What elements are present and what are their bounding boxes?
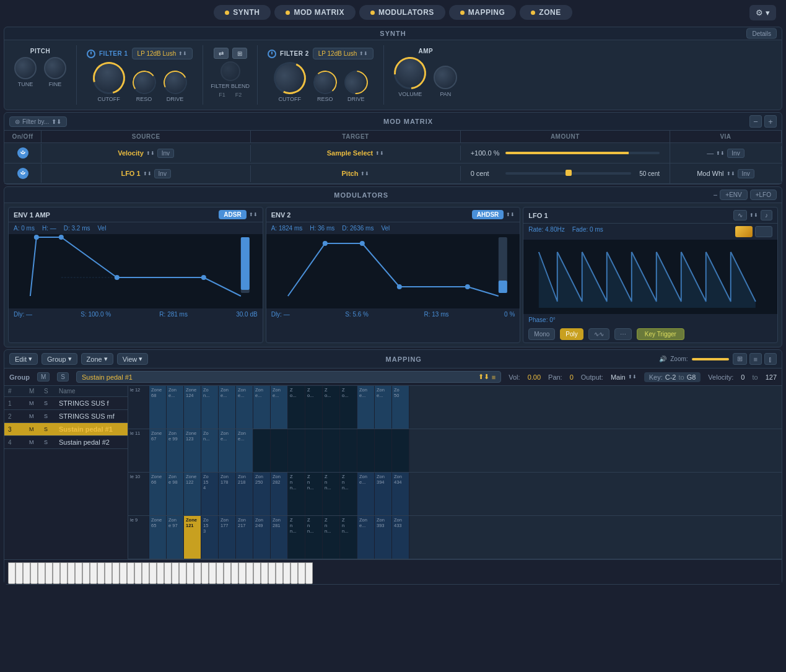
white-key-16[interactable] bbox=[75, 562, 82, 584]
white-key-36[interactable] bbox=[164, 562, 172, 584]
view-grid-button[interactable]: ⊞ bbox=[733, 353, 747, 365]
filter-button[interactable]: ⊜ Filter by... ⬆⬇ bbox=[9, 116, 67, 127]
grid-r4-c8[interactable]: Zon281 bbox=[271, 516, 288, 559]
pan-knob[interactable] bbox=[434, 66, 457, 89]
white-key-28[interactable] bbox=[127, 562, 134, 584]
grid-r3-c9[interactable]: Znn... bbox=[288, 473, 305, 515]
grid-r4-c11[interactable]: Znn... bbox=[323, 516, 340, 559]
grid-r3-c10[interactable]: Znn... bbox=[305, 473, 323, 515]
tune-knob[interactable] bbox=[14, 57, 37, 79]
grid-r4-c13[interactable]: Zone... bbox=[357, 516, 375, 559]
row1-inv-source-button[interactable]: Inv bbox=[157, 149, 174, 158]
white-key-21[interactable] bbox=[97, 562, 105, 584]
add-lfo-button[interactable]: +LFO bbox=[750, 190, 777, 200]
white-key-57[interactable] bbox=[253, 562, 261, 584]
grid-r2-c10[interactable] bbox=[305, 429, 323, 472]
zone-list-row-3[interactable]: 3 M S Sustain pedal #1 bbox=[4, 423, 128, 436]
grid-r4-c9[interactable]: Znn... bbox=[288, 516, 305, 559]
filter2-type-dropdown[interactable]: LP 12dB Lush ⬆⬇ bbox=[313, 48, 374, 59]
grid-r2-c6[interactable]: Zone... bbox=[236, 429, 253, 472]
grid-r1-c4[interactable]: Zon... bbox=[201, 386, 219, 429]
white-key-0[interactable] bbox=[8, 562, 15, 584]
white-key-40[interactable] bbox=[179, 562, 186, 584]
white-key-33[interactable] bbox=[149, 562, 157, 584]
zoom-slider[interactable] bbox=[692, 358, 729, 360]
grid-r1-c6[interactable]: Zone... bbox=[236, 386, 253, 429]
grid-r1-c8[interactable]: Zone... bbox=[271, 386, 288, 429]
white-key-31[interactable] bbox=[142, 562, 149, 584]
tab-mapping[interactable]: MAPPING bbox=[449, 5, 517, 20]
white-key-64[interactable] bbox=[283, 562, 290, 584]
row2-inv-source-button[interactable]: Inv bbox=[154, 169, 171, 178]
tab-mod-matrix[interactable]: MOD MATRIX bbox=[274, 5, 355, 20]
white-key-11[interactable] bbox=[53, 562, 60, 584]
white-key-60[interactable] bbox=[268, 562, 276, 584]
grid-r3-c3[interactable]: Zone122 bbox=[184, 473, 201, 515]
grid-r3-c12[interactable]: Znn... bbox=[340, 473, 357, 515]
grid-r4-c15[interactable]: Zon433 bbox=[392, 516, 409, 559]
details-button[interactable]: Details bbox=[746, 28, 777, 39]
white-key-45[interactable] bbox=[201, 562, 209, 584]
output-select[interactable]: Main ⬆⬇ bbox=[611, 373, 637, 381]
lfo1-fade-alt-button[interactable] bbox=[755, 226, 772, 237]
white-key-50[interactable] bbox=[224, 562, 231, 584]
strip-s-button[interactable]: S bbox=[57, 372, 69, 382]
grid-r2-c9[interactable] bbox=[288, 429, 305, 472]
white-key-59[interactable] bbox=[261, 562, 268, 584]
grid-r4-c4[interactable]: Zo153 bbox=[201, 516, 219, 559]
edit-dropdown-button[interactable]: Edit ▾ bbox=[9, 353, 38, 365]
group-name-select[interactable]: Sustain pedal #1 ⬆⬇ ≡ bbox=[76, 371, 501, 383]
tab-modulators[interactable]: MODULATORS bbox=[359, 5, 445, 20]
white-key-4[interactable] bbox=[23, 562, 30, 584]
grid-r3-c2[interactable]: Zone 98 bbox=[167, 473, 184, 515]
group-dropdown-button[interactable]: Group ▾ bbox=[41, 353, 77, 365]
zone-dropdown-button[interactable]: Zone ▾ bbox=[81, 353, 113, 365]
filter2-cutoff-knob[interactable] bbox=[269, 58, 310, 99]
grid-r2-c15[interactable] bbox=[392, 429, 409, 472]
grid-r3-c6[interactable]: Zon218 bbox=[236, 473, 253, 515]
white-key-9[interactable] bbox=[45, 562, 53, 584]
grid-r3-c5[interactable]: Zon178 bbox=[219, 473, 236, 515]
add-env-button[interactable]: +ENV bbox=[720, 190, 747, 200]
white-key-48[interactable] bbox=[216, 562, 224, 584]
white-key-67[interactable] bbox=[298, 562, 305, 584]
grid-r3-c11[interactable]: Znn... bbox=[323, 473, 340, 515]
grid-r2-c13[interactable] bbox=[357, 429, 375, 472]
grid-r1-c2[interactable]: Zone... bbox=[167, 386, 184, 429]
grid-r4-c12[interactable]: Znn... bbox=[340, 516, 357, 559]
grid-r2-c3[interactable]: Zone123 bbox=[184, 429, 201, 472]
view-split-button[interactable]: ⫿ bbox=[764, 353, 777, 365]
grid-r4-c5[interactable]: Zon177 bbox=[219, 516, 236, 559]
piano-keys[interactable] bbox=[8, 562, 778, 584]
lfo1-shape-sawtooth-button[interactable]: ∿ bbox=[733, 210, 747, 220]
grid-r1-c14[interactable]: Zone... bbox=[375, 386, 392, 429]
filter1-reso-knob[interactable] bbox=[131, 69, 158, 96]
white-key-43[interactable] bbox=[194, 562, 201, 584]
blend-icon-route[interactable]: ⊞ bbox=[232, 48, 247, 59]
grid-r2-c7[interactable] bbox=[253, 429, 271, 472]
grid-r3-c4[interactable]: Zo154 bbox=[201, 473, 219, 515]
lfo1-note-button[interactable]: ♪ bbox=[761, 210, 772, 220]
grid-r2-c2[interactable]: Zone 99 bbox=[167, 429, 184, 472]
settings-button[interactable]: ⚙ ▾ bbox=[749, 5, 776, 20]
row1-amount-slider[interactable] bbox=[505, 152, 660, 154]
zone-list-row-1[interactable]: 1 M S STRINGS SUS f bbox=[4, 397, 128, 410]
white-key-38[interactable] bbox=[172, 562, 179, 584]
row2-amount-slider[interactable] bbox=[505, 172, 631, 175]
grid-r3-c7[interactable]: Zon250 bbox=[253, 473, 271, 515]
lfo1-poly-button[interactable]: Poly bbox=[560, 328, 583, 340]
lfo1-shape-1-button[interactable]: ∿∿ bbox=[588, 328, 609, 340]
row2-inv-via-button[interactable]: Inv bbox=[738, 169, 754, 178]
strip-m-button[interactable]: M bbox=[37, 372, 50, 382]
tab-zone[interactable]: ZONE bbox=[520, 5, 572, 20]
white-key-5[interactable] bbox=[30, 562, 38, 584]
grid-r1-c1[interactable]: Zone68 bbox=[149, 386, 167, 429]
grid-r1-c10[interactable]: Zo... bbox=[305, 386, 323, 429]
grid-r3-c1[interactable]: Zone66 bbox=[149, 473, 167, 515]
white-key-17[interactable] bbox=[82, 562, 90, 584]
volume-knob[interactable] bbox=[388, 50, 433, 95]
white-key-14[interactable] bbox=[68, 562, 75, 584]
view-list-button[interactable]: ≡ bbox=[749, 353, 762, 365]
white-key-53[interactable] bbox=[238, 562, 246, 584]
fine-knob[interactable] bbox=[44, 57, 66, 79]
